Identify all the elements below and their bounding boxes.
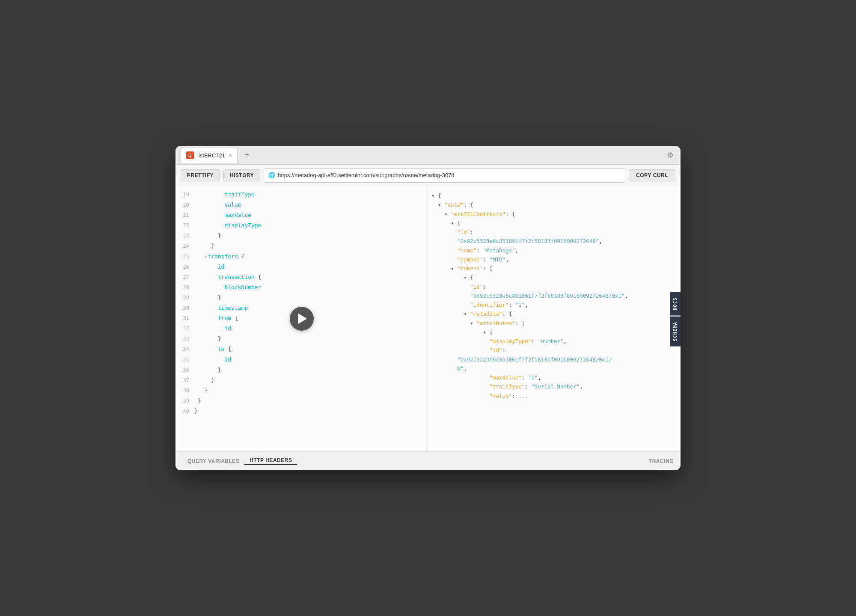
code-line: 36 }: [175, 365, 428, 375]
result-line: ▾ "erc721Contracts": [: [431, 210, 677, 219]
code-line: 40 }: [175, 406, 428, 416]
result-line: "0x92c5323e6c851861f7f2f58183f0916009272…: [431, 291, 677, 300]
execute-query-button[interactable]: [290, 307, 314, 331]
url-bar: 🌐 https://metadog-api-aff0.settlemint.co…: [264, 168, 625, 183]
http-headers-tab[interactable]: HTTP HEADERS: [244, 457, 297, 465]
code-line: 22 displayType: [175, 220, 428, 231]
tracing-tab[interactable]: TRACING: [649, 458, 674, 464]
result-line: ▾ {: [431, 273, 677, 282]
result-line: ▾ "tokens": [: [431, 264, 677, 273]
result-line: "0x92c5323e6c851861f7f2f58183f0916009272…: [431, 355, 677, 364]
result-line: "value": ...: [431, 391, 677, 400]
code-line: 29 }: [175, 293, 428, 303]
code-line: 28 blockNumber: [175, 282, 428, 293]
code-line: 19 traitType: [175, 190, 428, 200]
code-line: 39 }: [175, 396, 428, 406]
code-line: 34 to {: [175, 344, 428, 354]
result-line: ▾ {: [431, 328, 677, 337]
settings-gear-icon[interactable]: ⚙: [665, 149, 675, 162]
side-buttons: DOCS SCHEMA: [670, 292, 681, 346]
result-content: ▾ { ▾ "data": { ▾ "erc721Contracts": [ ▾…: [428, 186, 681, 451]
tab-label: listERC721: [197, 152, 225, 159]
code-line: 33 }: [175, 334, 428, 344]
code-line: 38 }: [175, 385, 428, 396]
code-line: 25 ▾transfers {: [175, 252, 428, 262]
result-line: "symbol": "MTD",: [431, 255, 677, 264]
result-line: ▾ {: [431, 191, 677, 200]
code-line: 27 transaction {: [175, 272, 428, 282]
query-editor[interactable]: 19 traitType 20 value 21 maxValue: [175, 186, 428, 451]
title-bar: Q listERC721 × + ⚙: [175, 146, 681, 165]
result-line: ▾ "attributes": [: [431, 319, 677, 328]
result-line: 0",: [431, 364, 677, 373]
bottom-bar: QUERY VARIABLES HTTP HEADERS TRACING: [175, 451, 681, 470]
code-line: 20 value: [175, 200, 428, 210]
result-line: "id":: [431, 282, 677, 291]
code-line: 26 id: [175, 262, 428, 272]
prettify-button[interactable]: PRETTIFY: [181, 169, 220, 181]
history-button[interactable]: HISTORY: [223, 169, 260, 181]
toolbar: PRETTIFY HISTORY 🌐 https://metadog-api-a…: [175, 165, 681, 186]
result-line: "name": "MetaDogs",: [431, 246, 677, 255]
result-line: "traitType": "Serial Number",: [431, 382, 677, 391]
result-line: "maxValue": "5",: [431, 373, 677, 382]
play-icon: [298, 314, 307, 324]
docs-button[interactable]: DOCS: [670, 292, 681, 316]
graphql-ide-window: Q listERC721 × + ⚙ PRETTIFY HISTORY 🌐 ht…: [175, 146, 681, 470]
endpoint-url[interactable]: https://metadog-api-aff0.settlemint.com/…: [278, 172, 621, 178]
result-line: "identifier": "1",: [431, 300, 677, 309]
code-line: 23 }: [175, 231, 428, 241]
new-tab-button[interactable]: +: [241, 149, 253, 161]
active-tab[interactable]: Q listERC721 ×: [181, 148, 238, 163]
schema-button[interactable]: SCHEMA: [670, 317, 681, 346]
result-line: "id":: [431, 346, 677, 355]
code-line: 37 }: [175, 375, 428, 385]
result-line: "displayType": "number",: [431, 337, 677, 346]
code-line: 35 id: [175, 355, 428, 365]
result-line: "id":: [431, 228, 677, 237]
tab-close-button[interactable]: ×: [229, 152, 232, 158]
globe-icon: 🌐: [268, 172, 275, 178]
tab-icon: Q: [186, 151, 194, 159]
code-line: 24 }: [175, 241, 428, 251]
result-line: "0x92c5323e6c851861f7f2f58183f0916009272…: [431, 237, 677, 246]
main-content: 19 traitType 20 value 21 maxValue: [175, 186, 681, 451]
result-line: ▾ "data": {: [431, 200, 677, 209]
result-panel: ▾ { ▾ "data": { ▾ "erc721Contracts": [ ▾…: [428, 186, 681, 451]
copy-curl-button[interactable]: COPY CURL: [629, 169, 675, 181]
result-line: ▾ {: [431, 219, 677, 228]
query-variables-tab[interactable]: QUERY VARIABLES: [182, 458, 244, 464]
code-line: 21 maxValue: [175, 210, 428, 220]
result-line: ▾ "metadata": {: [431, 309, 677, 318]
